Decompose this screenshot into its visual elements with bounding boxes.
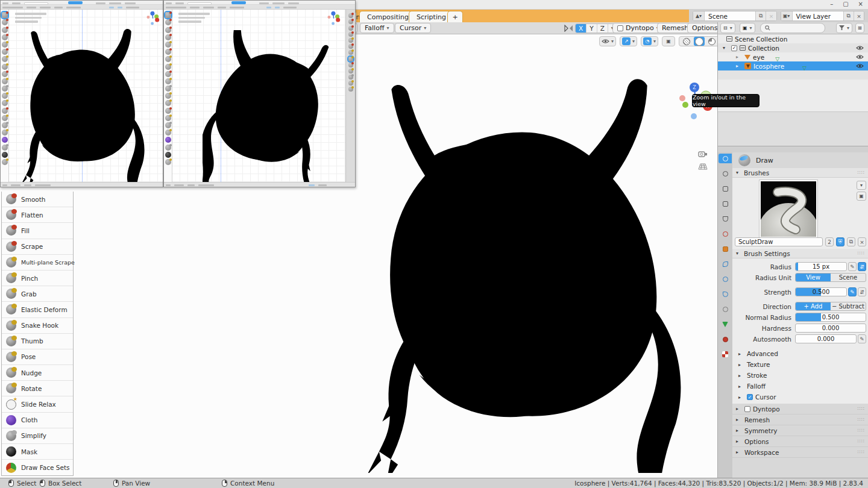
tab-material[interactable]: [719, 334, 732, 344]
gizmo-neg-x-axis[interactable]: [679, 95, 685, 101]
outliner-row-scene-collection[interactable]: Scene Collection: [718, 34, 868, 43]
cursor-checkbox[interactable]: ✓: [747, 394, 753, 400]
tool-multiplane-scrape[interactable]: Multi-plane Scrape: [2, 255, 73, 271]
panel-remesh[interactable]: ▸Remesh∷∷: [732, 414, 868, 425]
outliner-display-mode[interactable]: ⊟▾: [720, 23, 735, 33]
falloff-menu[interactable]: Falloff▾: [360, 23, 394, 33]
perspective-grid-icon[interactable]: [698, 163, 708, 170]
radius-unified-icon[interactable]: ⇵: [858, 262, 866, 271]
tab-compositing[interactable]: Compositing: [359, 11, 417, 22]
xray-icon[interactable]: ▣: [664, 37, 673, 45]
mini-navigation-gizmo[interactable]: [326, 11, 342, 27]
subpanel-texture[interactable]: ▸Texture: [732, 359, 868, 370]
cursor-tool-menu[interactable]: Cursor▾: [395, 23, 431, 33]
hide-in-viewport-icon[interactable]: [856, 63, 864, 69]
mini-blender-window-side[interactable]: [163, 0, 356, 187]
scene-selector[interactable]: ▲▾ Scene ⧉ ×: [693, 11, 777, 21]
subpanel-falloff[interactable]: ▸Falloff: [732, 381, 868, 392]
tab-texture[interactable]: [719, 349, 732, 359]
dyntopo-toggle[interactable]: Dyntopo▾: [612, 23, 664, 33]
overlays-icon[interactable]: ◔: [643, 37, 652, 45]
minimize-button[interactable]: –: [830, 1, 833, 7]
tool-slide-relax[interactable]: Slide Relax: [2, 396, 73, 412]
tool-fill[interactable]: Fill: [2, 223, 73, 239]
shading-solid[interactable]: [694, 37, 705, 46]
tool-scrape[interactable]: Scrape: [2, 239, 73, 255]
brush-users-count[interactable]: 2: [825, 237, 834, 246]
tab-particles[interactable]: [719, 274, 732, 284]
normal-radius-slider[interactable]: 0.500: [795, 313, 866, 322]
gizmos-group[interactable]: ↗▾: [620, 36, 637, 46]
tool-flatten[interactable]: Flatten: [2, 207, 73, 223]
tool-snake-hook[interactable]: Snake Hook: [2, 318, 73, 334]
gizmo-neg-z-axis[interactable]: [691, 113, 697, 119]
tool-thumb[interactable]: Thumb: [2, 334, 73, 349]
tool-nudge[interactable]: Nudge: [2, 365, 73, 381]
gizmos-icon[interactable]: ↗: [622, 37, 631, 45]
hide-in-viewport-icon[interactable]: [856, 45, 864, 51]
tool-elastic-deform[interactable]: Elastic Deform: [2, 302, 73, 318]
tool-grab[interactable]: Grab: [2, 286, 73, 302]
outliner-search-input[interactable]: [760, 23, 825, 33]
brush-name-input[interactable]: SculptDraw: [735, 237, 823, 246]
panel-dyntopo[interactable]: ▸Dyntopo∷∷: [732, 404, 868, 414]
brush-datablock-button[interactable]: ▣: [857, 192, 866, 201]
hide-in-viewport-icon[interactable]: [856, 54, 864, 60]
tool-pose[interactable]: Pose: [2, 349, 73, 365]
brush-dropdown-button[interactable]: ▾: [857, 181, 866, 190]
shading-material[interactable]: [706, 37, 717, 46]
outliner-row-eye[interactable]: ▸ eye: [718, 52, 868, 61]
radius-pressure-pen-icon[interactable]: ✎: [848, 262, 857, 271]
dyntopo-checkbox[interactable]: [617, 25, 623, 31]
unlink-brush-icon[interactable]: ×: [858, 237, 866, 246]
outliner-filter-button[interactable]: ▾: [836, 23, 852, 33]
xray-group[interactable]: ▣: [662, 36, 675, 46]
outliner-filter-mode[interactable]: ▣▾: [740, 23, 755, 33]
collection-checkbox[interactable]: ✓: [731, 45, 737, 51]
brushes-panel-header[interactable]: ▾Brushes∷∷: [732, 168, 868, 178]
radius-unit-scene[interactable]: Scene: [831, 274, 866, 281]
mirror-z-toggle[interactable]: Z: [597, 24, 608, 33]
gizmo-neg-y-axis[interactable]: [682, 102, 688, 108]
subpanel-stroke[interactable]: ▸Stroke: [732, 370, 868, 381]
direction-subtract[interactable]: − Subtract: [831, 302, 866, 310]
tab-world[interactable]: [719, 229, 732, 239]
tool-simplify[interactable]: Simplify: [2, 428, 73, 444]
add-workspace-button[interactable]: +: [447, 11, 463, 22]
new-layer-icon[interactable]: ⧉: [843, 11, 854, 20]
tab-output[interactable]: [719, 184, 732, 193]
strength-slider[interactable]: 0.500: [795, 287, 847, 296]
tool-rotate[interactable]: Rotate: [2, 381, 73, 396]
outliner-row-collection[interactable]: ▾ ✓ Collection: [718, 43, 868, 52]
tab-object-data[interactable]: [719, 319, 732, 329]
outliner-row-icosphere[interactable]: ▸ Icosphere: [718, 61, 868, 70]
tab-constraints[interactable]: [719, 304, 732, 314]
view-layer-selector[interactable]: ▣▾ View Layer ⧉ ×: [781, 11, 865, 21]
close-button[interactable]: ×: [858, 1, 863, 7]
overlays-group[interactable]: ◔▾: [641, 36, 658, 46]
tab-render[interactable]: [719, 169, 732, 178]
mini-blender-window-front[interactable]: [0, 0, 163, 187]
tool-smooth[interactable]: Smooth: [2, 192, 73, 207]
mirror-y-toggle[interactable]: Y: [587, 24, 597, 33]
brush-preview[interactable]: [759, 180, 818, 239]
visibility-group[interactable]: ▾: [599, 36, 616, 46]
hardness-slider[interactable]: 0.000: [795, 324, 866, 333]
mini-viewport-side[interactable]: [172, 10, 345, 182]
tab-physics[interactable]: [719, 289, 732, 299]
panel-symmetry[interactable]: ▸Symmetry∷∷: [732, 425, 868, 436]
new-scene-icon[interactable]: ⧉: [755, 11, 766, 20]
mini-navigation-gizmo[interactable]: [145, 11, 161, 27]
panel-workspace[interactable]: ▸Workspace∷∷: [732, 447, 868, 458]
brush-settings-panel-header[interactable]: ▾Brush Settings∷∷: [732, 249, 868, 258]
panel-options[interactable]: ▸Options∷∷: [732, 436, 868, 447]
tool-draw-face-sets[interactable]: Draw Face Sets: [2, 460, 73, 475]
subpanel-advanced[interactable]: ▸Advanced: [732, 348, 868, 359]
fake-user-shield-icon[interactable]: ⛨: [836, 237, 844, 246]
tab-modifiers[interactable]: [719, 259, 732, 269]
radius-unit-view[interactable]: View: [796, 274, 831, 281]
shading-wireframe[interactable]: [681, 37, 692, 46]
direction-add[interactable]: + Add: [796, 302, 831, 310]
new-collection-button[interactable]: ⊞: [855, 23, 864, 33]
mini-viewport-front[interactable]: [9, 10, 163, 182]
